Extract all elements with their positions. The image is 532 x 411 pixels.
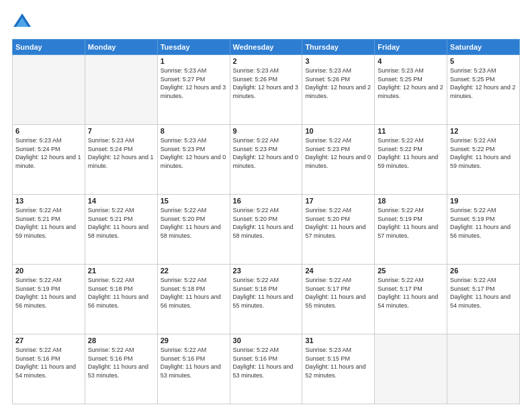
calendar-day-cell: 2 Sunrise: 5:23 AM Sunset: 5:26 PM Dayli… xyxy=(230,55,302,125)
calendar-day-cell: 28 Sunrise: 5:22 AM Sunset: 5:16 PM Dayl… xyxy=(85,334,157,404)
calendar-day-cell: 8 Sunrise: 5:23 AM Sunset: 5:23 PM Dayli… xyxy=(157,125,230,195)
day-info: Sunrise: 5:22 AM Sunset: 5:21 PM Dayligh… xyxy=(15,206,82,240)
day-info: Sunrise: 5:22 AM Sunset: 5:23 PM Dayligh… xyxy=(233,136,300,170)
calendar-day-cell xyxy=(447,334,520,404)
logo xyxy=(12,12,35,32)
calendar-day-cell: 14 Sunrise: 5:22 AM Sunset: 5:21 PM Dayl… xyxy=(85,195,157,265)
calendar-day-cell: 31 Sunrise: 5:23 AM Sunset: 5:15 PM Dayl… xyxy=(302,334,375,404)
calendar-day-cell: 1 Sunrise: 5:23 AM Sunset: 5:27 PM Dayli… xyxy=(157,55,230,125)
day-info: Sunrise: 5:22 AM Sunset: 5:17 PM Dayligh… xyxy=(450,276,517,310)
calendar-day-cell: 23 Sunrise: 5:22 AM Sunset: 5:18 PM Dayl… xyxy=(230,265,302,334)
day-number: 28 xyxy=(88,336,154,345)
calendar-day-cell: 25 Sunrise: 5:22 AM Sunset: 5:17 PM Dayl… xyxy=(375,265,447,334)
day-number: 1 xyxy=(161,57,227,65)
day-info: Sunrise: 5:22 AM Sunset: 5:22 PM Dayligh… xyxy=(378,136,444,170)
day-info: Sunrise: 5:23 AM Sunset: 5:23 PM Dayligh… xyxy=(161,136,227,170)
day-number: 5 xyxy=(450,57,517,65)
day-number: 14 xyxy=(88,197,154,205)
weekday-header: Wednesday xyxy=(230,40,302,55)
calendar-day-cell: 6 Sunrise: 5:23 AM Sunset: 5:24 PM Dayli… xyxy=(13,125,85,195)
day-info: Sunrise: 5:23 AM Sunset: 5:26 PM Dayligh… xyxy=(305,66,371,100)
day-info: Sunrise: 5:22 AM Sunset: 5:20 PM Dayligh… xyxy=(161,206,227,240)
day-info: Sunrise: 5:22 AM Sunset: 5:17 PM Dayligh… xyxy=(305,276,371,310)
weekday-header: Thursday xyxy=(302,40,375,55)
weekday-header: Monday xyxy=(85,40,157,55)
day-info: Sunrise: 5:23 AM Sunset: 5:27 PM Dayligh… xyxy=(161,66,227,100)
header xyxy=(12,12,520,32)
weekday-header: Sunday xyxy=(13,40,85,55)
calendar-day-cell: 3 Sunrise: 5:23 AM Sunset: 5:26 PM Dayli… xyxy=(302,55,375,125)
calendar-day-cell: 13 Sunrise: 5:22 AM Sunset: 5:21 PM Dayl… xyxy=(13,195,85,265)
calendar-day-cell: 20 Sunrise: 5:22 AM Sunset: 5:19 PM Dayl… xyxy=(13,265,85,334)
day-info: Sunrise: 5:23 AM Sunset: 5:24 PM Dayligh… xyxy=(88,136,154,170)
day-info: Sunrise: 5:22 AM Sunset: 5:19 PM Dayligh… xyxy=(378,206,444,240)
calendar-day-cell: 27 Sunrise: 5:22 AM Sunset: 5:16 PM Dayl… xyxy=(13,334,85,404)
calendar-day-cell: 9 Sunrise: 5:22 AM Sunset: 5:23 PM Dayli… xyxy=(230,125,302,195)
day-info: Sunrise: 5:22 AM Sunset: 5:21 PM Dayligh… xyxy=(88,206,154,240)
calendar-day-cell: 12 Sunrise: 5:22 AM Sunset: 5:22 PM Dayl… xyxy=(447,125,520,195)
calendar: SundayMondayTuesdayWednesdayThursdayFrid… xyxy=(12,39,520,404)
calendar-week-row: 27 Sunrise: 5:22 AM Sunset: 5:16 PM Dayl… xyxy=(13,334,520,404)
calendar-week-row: 13 Sunrise: 5:22 AM Sunset: 5:21 PM Dayl… xyxy=(13,195,520,265)
day-info: Sunrise: 5:22 AM Sunset: 5:17 PM Dayligh… xyxy=(378,276,444,310)
day-number: 19 xyxy=(450,197,517,205)
calendar-day-cell: 22 Sunrise: 5:22 AM Sunset: 5:18 PM Dayl… xyxy=(157,265,230,334)
weekday-header: Friday xyxy=(375,40,447,55)
day-info: Sunrise: 5:22 AM Sunset: 5:18 PM Dayligh… xyxy=(161,276,227,310)
calendar-day-cell: 5 Sunrise: 5:23 AM Sunset: 5:25 PM Dayli… xyxy=(447,55,520,125)
day-info: Sunrise: 5:22 AM Sunset: 5:20 PM Dayligh… xyxy=(233,206,300,240)
day-number: 13 xyxy=(15,197,82,205)
day-info: Sunrise: 5:22 AM Sunset: 5:16 PM Dayligh… xyxy=(161,346,227,379)
day-info: Sunrise: 5:22 AM Sunset: 5:18 PM Dayligh… xyxy=(88,276,154,310)
day-number: 31 xyxy=(305,336,371,345)
calendar-day-cell: 7 Sunrise: 5:23 AM Sunset: 5:24 PM Dayli… xyxy=(85,125,157,195)
calendar-day-cell: 19 Sunrise: 5:22 AM Sunset: 5:19 PM Dayl… xyxy=(447,195,520,265)
logo-icon xyxy=(12,12,32,32)
day-number: 12 xyxy=(450,127,517,135)
page: SundayMondayTuesdayWednesdayThursdayFrid… xyxy=(0,0,532,411)
day-number: 17 xyxy=(305,197,371,205)
day-info: Sunrise: 5:22 AM Sunset: 5:22 PM Dayligh… xyxy=(450,136,517,170)
day-number: 2 xyxy=(233,57,300,65)
calendar-day-cell: 29 Sunrise: 5:22 AM Sunset: 5:16 PM Dayl… xyxy=(157,334,230,404)
day-number: 7 xyxy=(88,127,154,135)
calendar-day-cell: 21 Sunrise: 5:22 AM Sunset: 5:18 PM Dayl… xyxy=(85,265,157,334)
calendar-day-cell: 10 Sunrise: 5:22 AM Sunset: 5:23 PM Dayl… xyxy=(302,125,375,195)
day-number: 20 xyxy=(15,267,82,275)
day-info: Sunrise: 5:23 AM Sunset: 5:24 PM Dayligh… xyxy=(15,136,82,170)
day-info: Sunrise: 5:22 AM Sunset: 5:18 PM Dayligh… xyxy=(233,276,300,310)
calendar-day-cell: 4 Sunrise: 5:23 AM Sunset: 5:25 PM Dayli… xyxy=(375,55,447,125)
day-number: 25 xyxy=(378,267,444,275)
day-info: Sunrise: 5:23 AM Sunset: 5:25 PM Dayligh… xyxy=(450,66,517,100)
calendar-day-cell: 18 Sunrise: 5:22 AM Sunset: 5:19 PM Dayl… xyxy=(375,195,447,265)
day-info: Sunrise: 5:22 AM Sunset: 5:19 PM Dayligh… xyxy=(450,206,517,240)
day-number: 3 xyxy=(305,57,371,65)
day-info: Sunrise: 5:22 AM Sunset: 5:23 PM Dayligh… xyxy=(305,136,371,170)
day-number: 18 xyxy=(378,197,444,205)
day-info: Sunrise: 5:22 AM Sunset: 5:16 PM Dayligh… xyxy=(233,346,300,379)
weekday-header: Tuesday xyxy=(157,40,230,55)
day-number: 4 xyxy=(378,57,444,65)
day-number: 24 xyxy=(305,267,371,275)
calendar-day-cell xyxy=(85,55,157,125)
day-info: Sunrise: 5:23 AM Sunset: 5:25 PM Dayligh… xyxy=(378,66,444,100)
day-number: 10 xyxy=(305,127,371,135)
day-number: 30 xyxy=(233,336,300,345)
day-number: 11 xyxy=(378,127,444,135)
day-info: Sunrise: 5:22 AM Sunset: 5:16 PM Dayligh… xyxy=(15,346,82,379)
day-number: 16 xyxy=(233,197,300,205)
day-number: 27 xyxy=(15,336,82,345)
calendar-day-cell: 16 Sunrise: 5:22 AM Sunset: 5:20 PM Dayl… xyxy=(230,195,302,265)
day-info: Sunrise: 5:22 AM Sunset: 5:20 PM Dayligh… xyxy=(305,206,371,240)
day-info: Sunrise: 5:23 AM Sunset: 5:26 PM Dayligh… xyxy=(233,66,300,100)
weekday-header-row: SundayMondayTuesdayWednesdayThursdayFrid… xyxy=(13,40,520,55)
day-number: 15 xyxy=(161,197,227,205)
calendar-day-cell: 15 Sunrise: 5:22 AM Sunset: 5:20 PM Dayl… xyxy=(157,195,230,265)
day-info: Sunrise: 5:22 AM Sunset: 5:16 PM Dayligh… xyxy=(88,346,154,379)
day-number: 9 xyxy=(233,127,300,135)
day-number: 21 xyxy=(88,267,154,275)
calendar-day-cell: 17 Sunrise: 5:22 AM Sunset: 5:20 PM Dayl… xyxy=(302,195,375,265)
day-number: 26 xyxy=(450,267,517,275)
day-number: 23 xyxy=(233,267,300,275)
day-number: 6 xyxy=(15,127,82,135)
